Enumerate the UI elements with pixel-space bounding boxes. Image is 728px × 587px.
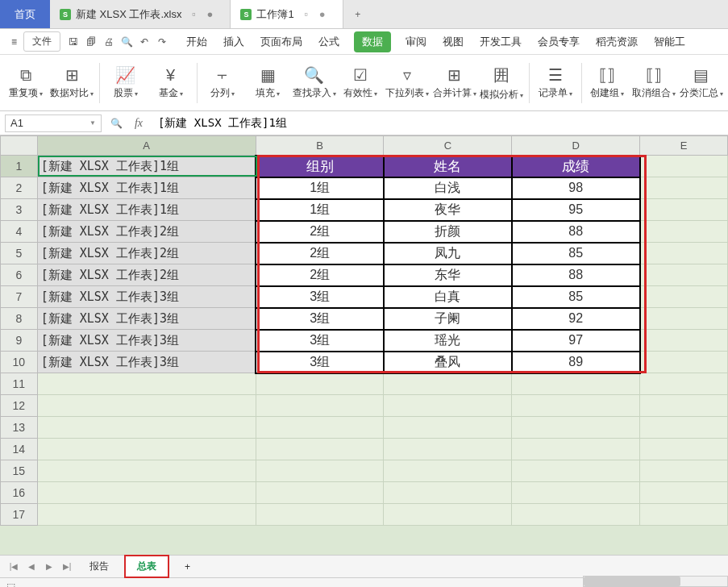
fx-icon[interactable]: fx [131, 115, 147, 131]
cell-E11[interactable] [640, 373, 728, 395]
cancel-icon[interactable]: 🔍 [108, 115, 124, 131]
cell-C16[interactable] [384, 482, 512, 504]
tab-close-icon[interactable]: ● [315, 7, 330, 22]
cell-C3[interactable]: 夜华 [384, 199, 512, 221]
cell-C12[interactable] [384, 395, 512, 417]
horizontal-scrollbar[interactable] [583, 576, 728, 587]
row-header-5[interactable]: 5 [1, 243, 38, 264]
cell-D8[interactable]: 92 [512, 308, 640, 330]
ribbon-tab-智能工[interactable]: 智能工 [652, 31, 687, 52]
select-all-corner[interactable] [1, 136, 38, 156]
ribbon-查找录入[interactable]: 🔍查找录入▾ [293, 59, 335, 107]
new-tab-button[interactable]: + [343, 0, 372, 28]
cell-B14[interactable] [256, 439, 384, 460]
cell-E9[interactable] [640, 330, 728, 352]
row-header-7[interactable]: 7 [1, 286, 38, 308]
ribbon-tab-数据[interactable]: 数据 [354, 31, 391, 52]
row-header-11[interactable]: 11 [1, 373, 38, 395]
cell-A11[interactable] [37, 373, 256, 395]
undo-icon[interactable]: ↶ [136, 34, 152, 50]
ribbon-数据对比[interactable]: ⊞数据对比▾ [52, 59, 93, 107]
cell-E7[interactable] [640, 286, 728, 308]
cell-B8[interactable]: 3组 [256, 308, 384, 330]
cell-A6[interactable]: [新建 XLSX 工作表]2组 [37, 264, 256, 286]
ribbon-填充[interactable]: ▦填充▾ [248, 59, 287, 107]
status-icon[interactable]: ⬚ [6, 581, 15, 588]
cell-B4[interactable]: 2组 [256, 221, 384, 243]
row-header-13[interactable]: 13 [1, 417, 38, 439]
cell-C4[interactable]: 折颜 [384, 221, 512, 243]
cell-E8[interactable] [640, 308, 728, 330]
cell-B16[interactable] [256, 482, 384, 504]
cell-A9[interactable]: [新建 XLSX 工作表]3组 [37, 330, 256, 352]
tab-close-icon[interactable]: ● [202, 7, 217, 22]
cell-E2[interactable] [640, 177, 728, 199]
cell-B12[interactable] [256, 395, 384, 417]
next-sheet-icon[interactable]: ▶ [42, 560, 56, 574]
cell-C5[interactable]: 凤九 [384, 243, 512, 264]
row-header-3[interactable]: 3 [1, 199, 38, 221]
cell-E3[interactable] [640, 199, 728, 221]
cell-A4[interactable]: [新建 XLSX 工作表]2组 [37, 221, 256, 243]
save-as-icon[interactable]: 🗐 [83, 34, 99, 50]
col-header-E[interactable]: E [640, 136, 728, 156]
ribbon-tab-审阅[interactable]: 审阅 [404, 31, 428, 52]
cell-E12[interactable] [640, 395, 728, 417]
spreadsheet-grid[interactable]: ABCDE1[新建 XLSX 工作表]1组组别姓名成绩2[新建 XLSX 工作表… [0, 135, 728, 555]
cell-A17[interactable] [37, 504, 256, 526]
cell-D3[interactable]: 95 [512, 199, 640, 221]
cell-D15[interactable] [512, 460, 640, 482]
row-header-15[interactable]: 15 [1, 460, 38, 482]
formula-input[interactable] [153, 114, 723, 132]
col-header-C[interactable]: C [384, 136, 512, 156]
last-sheet-icon[interactable]: ▶| [60, 560, 74, 574]
first-sheet-icon[interactable]: |◀ [6, 560, 21, 574]
ribbon-模拟分析[interactable]: 囲模拟分析▾ [481, 59, 522, 107]
cell-C1[interactable]: 姓名 [384, 156, 512, 177]
cell-C14[interactable] [384, 439, 512, 460]
cell-D4[interactable]: 88 [512, 221, 640, 243]
cell-D6[interactable]: 88 [512, 264, 640, 286]
sheet-tab-report[interactable]: 报告 [77, 556, 121, 577]
ribbon-基金[interactable]: ¥基金▾ [152, 59, 190, 107]
prev-sheet-icon[interactable]: ◀ [24, 560, 39, 574]
cell-D1[interactable]: 成绩 [512, 156, 640, 177]
row-header-9[interactable]: 9 [1, 330, 38, 352]
print-icon[interactable]: 🖨 [101, 34, 117, 50]
cell-A5[interactable]: [新建 XLSX 工作表]2组 [37, 243, 256, 264]
ribbon-tab-开发工具[interactable]: 开发工具 [478, 31, 523, 52]
tab-dropdown-icon[interactable]: ▫ [299, 7, 314, 22]
ribbon-股票[interactable]: 📈股票▾ [106, 59, 145, 107]
cell-D7[interactable]: 85 [512, 286, 640, 308]
cell-E5[interactable] [640, 243, 728, 264]
cell-B1[interactable]: 组别 [256, 156, 384, 177]
cell-A7[interactable]: [新建 XLSX 工作表]3组 [37, 286, 256, 308]
row-header-1[interactable]: 1 [1, 156, 38, 177]
ribbon-记录单[interactable]: ☰记录单▾ [536, 59, 575, 107]
cell-C13[interactable] [384, 417, 512, 439]
ribbon-创建组[interactable]: ⟦⟧创建组▾ [588, 59, 626, 107]
cell-E14[interactable] [640, 439, 728, 460]
ribbon-合并计算[interactable]: ⊞合并计算▾ [434, 59, 475, 107]
ribbon-重复项[interactable]: ⧉重复项▾ [6, 59, 45, 107]
cell-E1[interactable] [640, 156, 728, 177]
app-menu-icon[interactable]: ≡ [6, 33, 22, 51]
ribbon-有效性[interactable]: ☑有效性▾ [341, 59, 380, 107]
home-tab[interactable]: 首页 [0, 0, 50, 28]
cell-A16[interactable] [37, 482, 256, 504]
cell-C2[interactable]: 白浅 [384, 177, 512, 199]
cell-C15[interactable] [384, 460, 512, 482]
cell-D10[interactable]: 89 [512, 352, 640, 373]
ribbon-分列[interactable]: ⫟分列▾ [203, 59, 242, 107]
cell-D2[interactable]: 98 [512, 177, 640, 199]
row-header-6[interactable]: 6 [1, 264, 38, 286]
cell-B3[interactable]: 1组 [256, 199, 384, 221]
cell-C7[interactable]: 白真 [384, 286, 512, 308]
col-header-B[interactable]: B [256, 136, 384, 156]
cell-D5[interactable]: 85 [512, 243, 640, 264]
cell-C11[interactable] [384, 373, 512, 395]
cell-D12[interactable] [512, 395, 640, 417]
ribbon-分类汇总[interactable]: ▤分类汇总▾ [680, 59, 722, 107]
save-icon[interactable]: 🖫 [65, 34, 81, 50]
cell-D9[interactable]: 97 [512, 330, 640, 352]
